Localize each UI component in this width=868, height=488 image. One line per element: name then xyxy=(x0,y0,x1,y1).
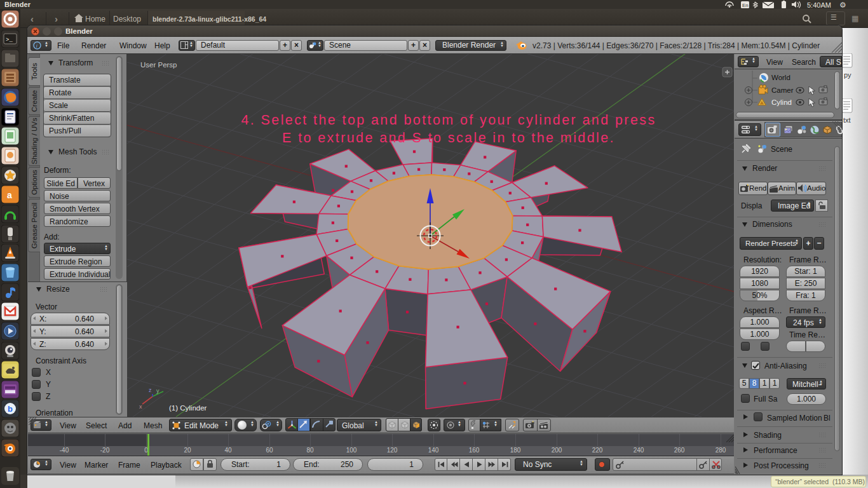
svg-text:En: En xyxy=(742,3,749,8)
svg-text:4. Select the top and bottom o: 4. Select the top and bottom of your cyl… xyxy=(241,112,656,128)
svg-text:Camer: Camer xyxy=(771,86,794,94)
svg-text:b: b xyxy=(8,404,13,414)
svg-text:x: x xyxy=(139,403,142,410)
svg-text:z: z xyxy=(149,387,152,393)
svg-text:E to extrude and S to scale in: E to extrude and S to scale in to the mi… xyxy=(282,130,615,146)
svg-text:>_: >_ xyxy=(6,37,13,43)
svg-text:a: a xyxy=(7,190,12,200)
svg-text:Cylind: Cylind xyxy=(771,98,792,106)
svg-text:y: y xyxy=(156,388,159,394)
svg-text:(1) Cylinder: (1) Cylinder xyxy=(169,404,207,412)
svg-text:World: World xyxy=(771,74,790,81)
svg-text:User Persp: User Persp xyxy=(140,61,177,69)
svg-text:i: i xyxy=(36,43,38,49)
svg-text:5:40AM: 5:40AM xyxy=(807,1,831,9)
svg-text:⚙: ⚙ xyxy=(839,1,846,9)
